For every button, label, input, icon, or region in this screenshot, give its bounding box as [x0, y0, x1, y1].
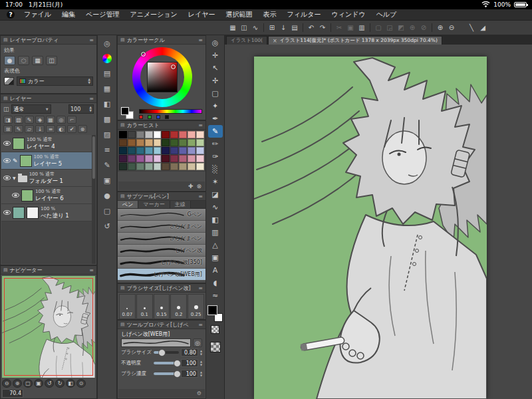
color-swatch[interactable]: [170, 147, 178, 154]
balloon-tool[interactable]: ◖: [208, 277, 223, 289]
color-swatch[interactable]: [136, 139, 144, 146]
menu-item-8[interactable]: フィルター: [282, 9, 327, 20]
panel-menu-icon[interactable]: ≡: [198, 285, 203, 291]
color-swatch[interactable]: [179, 147, 187, 154]
pencil-tool[interactable]: ✏: [208, 138, 223, 150]
selection-tool[interactable]: ▢: [208, 87, 223, 100]
property-slider[interactable]: [154, 372, 179, 375]
document-tab-inactive[interactable]: イラスト100(: [226, 36, 267, 45]
color-swatch[interactable]: [154, 155, 162, 162]
color-swatch[interactable]: [136, 131, 144, 138]
border-effect-icon[interactable]: ●: [4, 56, 15, 65]
layer-mask-icon[interactable]: ◐: [57, 125, 66, 133]
operation-tool[interactable]: ↖: [208, 62, 223, 74]
new-vector-layer-icon[interactable]: ✎: [14, 125, 23, 133]
property-value[interactable]: 0.80: [181, 348, 198, 356]
reference-layer-icon[interactable]: ▧: [14, 116, 23, 124]
zoom-in-icon[interactable]: ⊕: [435, 23, 446, 33]
history-palette-icon[interactable]: ↺: [102, 221, 112, 231]
new-canvas-icon[interactable]: ⊞: [267, 23, 277, 33]
eraser-tool[interactable]: ◪: [208, 188, 223, 201]
brush-size-palette-icon[interactable]: ●: [102, 191, 112, 201]
sv-marker[interactable]: [171, 65, 176, 69]
zoom-out-icon[interactable]: ⊖: [446, 23, 457, 33]
hue-marker[interactable]: [141, 52, 146, 57]
cut-icon[interactable]: ✂: [334, 23, 344, 33]
delete-color-icon[interactable]: ⊗: [196, 183, 201, 190]
color-bar-stop[interactable]: [139, 115, 143, 119]
frame-border-tool[interactable]: ▣: [208, 251, 223, 264]
loupe-icon[interactable]: ◎: [102, 39, 112, 49]
zoom-100-icon[interactable]: ▢: [23, 379, 33, 388]
workspace-grid-icon[interactable]: ▦: [227, 23, 238, 33]
add-color-icon[interactable]: ✚: [188, 183, 194, 190]
menu-item-5[interactable]: レイヤー: [183, 9, 221, 20]
color-mixer-icon[interactable]: ◧: [102, 99, 112, 109]
fill-tool[interactable]: ◧: [208, 213, 223, 226]
layer-row[interactable]: 100 % 通常レイヤー 4: [1, 135, 92, 152]
color-swatch[interactable]: [119, 131, 127, 138]
property-slider[interactable]: [154, 362, 179, 364]
undo-icon[interactable]: ↶: [306, 23, 317, 33]
color-swatch[interactable]: [128, 139, 136, 146]
color-bar-stop[interactable]: [156, 115, 160, 119]
color-bar[interactable]: [139, 109, 202, 114]
color-swatch[interactable]: [179, 163, 187, 170]
lock-layer-icon[interactable]: ◈: [35, 116, 45, 124]
color-swatch[interactable]: [170, 155, 178, 162]
property-value[interactable]: 100: [181, 359, 198, 367]
navigator-view-rectangle[interactable]: [4, 278, 93, 376]
eyedropper-tool[interactable]: ✒: [208, 112, 223, 125]
transparent-color-chip[interactable]: [211, 325, 219, 334]
color-swatch[interactable]: [145, 155, 153, 162]
delete-layer-icon[interactable]: ⊗: [78, 125, 87, 133]
color-bar-stop[interactable]: [165, 115, 169, 119]
export-icon[interactable]: ▤: [289, 23, 300, 33]
snap-ruler-icon[interactable]: ╲: [466, 23, 477, 33]
wrench-settings-icon[interactable]: ⚙: [197, 390, 201, 396]
text-tool[interactable]: A: [208, 264, 223, 277]
pen-tool[interactable]: ✎: [208, 125, 223, 138]
color-swatch[interactable]: [170, 163, 178, 170]
menu-item-2[interactable]: 編集: [57, 9, 80, 20]
color-swatch[interactable]: [136, 155, 144, 162]
transfer-layer-icon[interactable]: ↓: [35, 125, 45, 133]
color-swatch[interactable]: [119, 147, 127, 154]
visibility-eye-icon[interactable]: [3, 210, 11, 215]
color-swatch[interactable]: [119, 139, 127, 146]
color-swatch[interactable]: [128, 155, 136, 162]
halftone-icon[interactable]: ▦: [32, 56, 43, 65]
draft-layer-icon[interactable]: ✎: [25, 116, 34, 124]
redo-icon[interactable]: ↷: [317, 23, 328, 33]
color-swatch[interactable]: [119, 155, 127, 162]
color-swatch[interactable]: [145, 139, 153, 146]
layer-move-tool[interactable]: ✢: [208, 74, 223, 87]
stepper-down-icon[interactable]: ▼: [200, 374, 202, 377]
subtool-tab-3[interactable]: 主線: [170, 201, 191, 208]
color-swatch[interactable]: [188, 131, 196, 138]
gradient-tool[interactable]: ▥: [208, 226, 223, 239]
ruler-range-icon[interactable]: ⌐: [67, 116, 76, 124]
menu-item-7[interactable]: 表示: [258, 9, 282, 20]
stepper-arrows[interactable]: ▲▼: [200, 350, 202, 356]
brush-size-preset[interactable]: 0.1: [136, 294, 153, 319]
correct-line-tool[interactable]: ≈: [208, 289, 223, 302]
visibility-eye-icon[interactable]: [3, 176, 11, 180]
subtool-item[interactable]: しげペン改[350]: [118, 257, 205, 269]
tone-effect-icon[interactable]: ◌: [18, 56, 29, 65]
stepper-up-icon[interactable]: ▲: [200, 360, 202, 363]
brush-size-preset[interactable]: 0.15: [154, 294, 170, 319]
new-folder-icon[interactable]: ▱: [25, 125, 34, 133]
color-history-icon[interactable]: ≡: [102, 145, 112, 155]
stepper-down-icon[interactable]: ▼: [200, 353, 202, 356]
color-swatch[interactable]: [154, 147, 162, 154]
menu-item-4[interactable]: アニメーション: [124, 9, 182, 20]
color-swatch[interactable]: [154, 139, 162, 146]
zoom-in-icon[interactable]: ⊕: [13, 379, 22, 388]
color-swatch[interactable]: [179, 131, 187, 138]
new-raster-layer-icon[interactable]: ⊞: [3, 125, 13, 133]
color-wheel-icon[interactable]: [102, 54, 112, 63]
color-swatch[interactable]: [179, 155, 187, 162]
subtool-tab-2[interactable]: マーカー: [138, 201, 170, 208]
document-tab-active[interactable]: × イラスト114[復元]* (ポストカード 1378 x 2039px 350…: [268, 36, 442, 45]
